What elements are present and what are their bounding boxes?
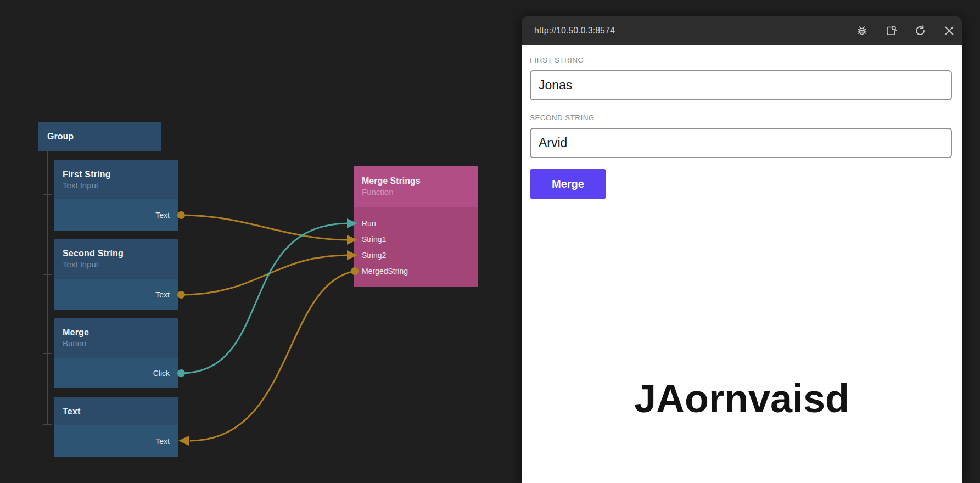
arrow-text-input (178, 436, 189, 446)
node-second-string-ports: Text (54, 279, 178, 310)
url-text: http://10.50.0.3:8574 (522, 26, 855, 36)
port-label-click-output[interactable]: Click (153, 369, 170, 378)
preview-header: http://10.50.0.3:8574 (522, 16, 962, 45)
port-dot-firststring-text[interactable] (177, 211, 185, 219)
node-subtitle: Text Input (63, 180, 178, 191)
tree-connector-stub (43, 194, 52, 195)
tree-connector-stub (43, 353, 52, 354)
node-second-string-header: Second String Text Input (54, 239, 178, 279)
tree-connector-stub (43, 274, 52, 275)
port-label-text-output[interactable]: Text (155, 290, 170, 299)
node-merge-button-header: Merge Button (54, 318, 178, 358)
port-dot-merge-click[interactable] (177, 369, 185, 377)
preview-content: FIRST STRING SECOND STRING Merge JAornva… (522, 45, 962, 483)
node-group[interactable]: Group (38, 122, 161, 151)
open-preview-icon[interactable] (884, 24, 898, 37)
second-string-label: SECOND STRING (530, 114, 595, 122)
node-subtitle: Button (63, 338, 178, 349)
node-subtitle: Text Input (63, 259, 178, 270)
first-string-label: FIRST STRING (530, 56, 584, 64)
node-first-string-header: First String Text Input (54, 160, 178, 199)
node-group-title: Group (47, 132, 74, 142)
app-window: Group First String Text Input Text Secon… (0, 0, 980, 483)
node-title: Merge Strings (362, 175, 478, 187)
node-merge-strings-header: Merge Strings Function (354, 166, 478, 207)
port-label-text-input[interactable]: Text (155, 437, 170, 446)
node-merge-button[interactable]: Merge Button Click (54, 318, 178, 388)
port-string2[interactable]: String2 (354, 247, 478, 263)
node-title: Second String (63, 248, 178, 259)
node-first-string[interactable]: First String Text Input Text (54, 160, 178, 231)
preview-panel: http://10.50.0.3:8574 (522, 16, 962, 483)
node-title: Merge (63, 327, 178, 338)
wire-click-to-run (181, 223, 348, 373)
debug-icon[interactable] (855, 24, 869, 37)
node-title: First String (63, 169, 178, 180)
node-title: Text (63, 406, 178, 417)
merged-result-text: JAornvaisd (522, 376, 962, 421)
second-string-input[interactable] (530, 128, 952, 158)
first-string-input[interactable] (530, 70, 952, 100)
close-icon[interactable] (943, 24, 956, 37)
node-text-header: Text (54, 397, 178, 425)
port-run[interactable]: Run (354, 215, 478, 231)
wire-mergedstring-to-text (190, 271, 355, 441)
port-dot-secondstring-text[interactable] (177, 291, 185, 299)
port-label-text-output[interactable]: Text (155, 211, 170, 220)
node-subtitle: Function (362, 187, 478, 198)
wire-secondstring-to-string2 (181, 255, 348, 295)
wire-firststring-to-string1 (181, 215, 348, 240)
merge-button[interactable]: Merge (530, 169, 606, 199)
port-string1[interactable]: String1 (354, 231, 478, 247)
port-mergedstring[interactable]: MergedString (354, 263, 478, 279)
node-text-ports: Text (54, 425, 178, 457)
node-merge-button-ports: Click (54, 358, 178, 388)
node-second-string[interactable]: Second String Text Input Text (54, 239, 178, 310)
node-merge-strings-ports: Run String1 String2 MergedString (354, 207, 478, 287)
tree-connector-vertical (47, 151, 48, 424)
node-merge-strings[interactable]: Merge Strings Function Run String1 Strin… (354, 166, 478, 287)
refresh-icon[interactable] (914, 24, 927, 37)
tree-connector-stub (43, 424, 52, 425)
preview-header-icons (855, 24, 962, 37)
node-text[interactable]: Text Text (54, 397, 178, 457)
node-first-string-ports: Text (54, 199, 178, 231)
